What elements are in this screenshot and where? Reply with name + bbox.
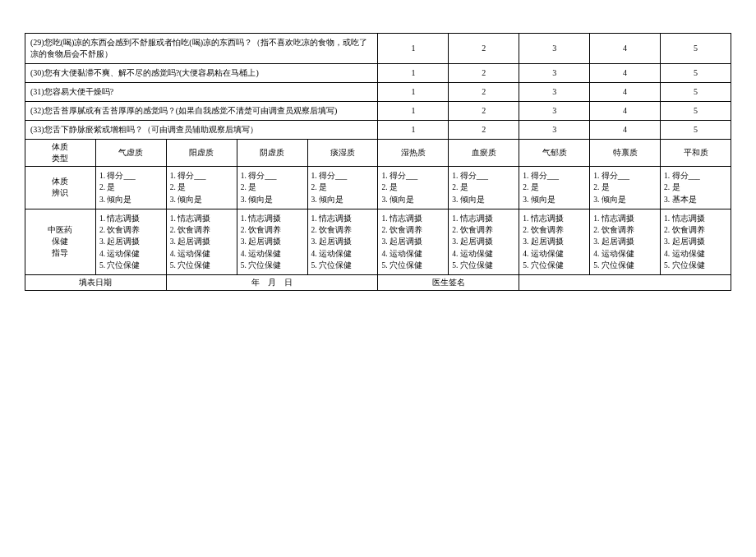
rating-option[interactable]: 5 — [661, 64, 731, 83]
doctor-signature-field[interactable] — [519, 275, 731, 291]
identification-row: 体质辨识1. 得分___2. 是3. 倾向是1. 得分___2. 是3. 倾向是… — [25, 167, 731, 209]
question-text: (32)您舌苔厚腻或有舌苔厚厚的感觉吗？(如果自我感觉不清楚可由调查员观察后填写… — [25, 102, 378, 121]
guidance-item: 1. 情志调摄 — [664, 213, 727, 224]
identification-header: 体质辨识 — [25, 167, 96, 209]
guidance-item: 1. 情志调摄 — [241, 213, 304, 224]
guidance-item: 2. 饮食调养 — [241, 224, 304, 236]
rating-option[interactable]: 2 — [449, 83, 519, 102]
guidance-item: 3. 起居调摄 — [664, 236, 727, 247]
rating-option[interactable]: 1 — [378, 102, 449, 121]
rating-option[interactable]: 3 — [519, 64, 590, 83]
question-row: (30)您有大便黏滞不爽、解不尽的感觉吗?(大便容易粘在马桶上)12345 — [25, 64, 731, 83]
constitution-type: 特禀质 — [590, 140, 661, 167]
identification-item: 2. 是 — [170, 182, 233, 193]
rating-option[interactable]: 1 — [378, 121, 449, 140]
identification-item: 2. 是 — [452, 182, 515, 193]
guidance-item: 4. 运动保健 — [99, 248, 163, 260]
guidance-item: 4. 运动保健 — [452, 248, 515, 260]
guidance-item: 2. 饮食调养 — [99, 224, 163, 236]
rating-option[interactable]: 4 — [590, 83, 661, 102]
identification-item: 1. 得分___ — [241, 170, 304, 182]
guidance-item: 5. 穴位保健 — [99, 260, 163, 271]
footer-row: 填表日期年 月 日医生签名 — [25, 275, 731, 291]
rating-option[interactable]: 4 — [590, 34, 661, 64]
identification-item: 3. 倾向是 — [452, 194, 515, 205]
identification-item: 3. 倾向是 — [170, 194, 233, 205]
constitution-type: 湿热质 — [378, 140, 449, 167]
guidance-item: 2. 饮食调养 — [523, 224, 586, 236]
guidance-item: 3. 起居调摄 — [593, 236, 657, 247]
guidance-item: 4. 运动保健 — [523, 248, 586, 260]
guidance-item: 1. 情志调摄 — [99, 213, 163, 224]
identification-item: 3. 倾向是 — [593, 194, 657, 205]
guidance-item: 4. 运动保健 — [311, 248, 375, 260]
rating-option[interactable]: 3 — [519, 83, 590, 102]
rating-option[interactable]: 5 — [661, 83, 731, 102]
identification-item: 3. 倾向是 — [241, 194, 304, 205]
rating-option[interactable]: 1 — [378, 83, 449, 102]
rating-option[interactable]: 5 — [661, 34, 731, 64]
identification-item: 2. 是 — [99, 182, 163, 193]
identification-item: 3. 倾向是 — [99, 194, 163, 205]
identification-item: 1. 得分___ — [170, 170, 233, 182]
identification-cell: 1. 得分___2. 是3. 倾向是 — [166, 167, 237, 209]
guidance-item: 2. 饮食调养 — [593, 224, 657, 236]
rating-option[interactable]: 2 — [449, 64, 519, 83]
identification-cell: 1. 得分___2. 是3. 基本是 — [661, 167, 731, 209]
guidance-cell: 1. 情志调摄2. 饮食调养3. 起居调摄4. 运动保健5. 穴位保健 — [307, 209, 378, 274]
rating-option[interactable]: 1 — [378, 64, 449, 83]
identification-item: 2. 是 — [593, 182, 657, 193]
identification-item: 2. 是 — [664, 182, 727, 193]
doctor-signature-label: 医生签名 — [378, 275, 519, 291]
type-header-row: 体质类型气虚质阳虚质阴虚质痰湿质湿热质血瘀质气郁质特禀质平和质 — [25, 140, 731, 167]
rating-option[interactable]: 1 — [378, 34, 449, 64]
guidance-cell: 1. 情志调摄2. 饮食调养3. 起居调摄4. 运动保健5. 穴位保健 — [661, 209, 731, 274]
fill-date-value[interactable]: 年 月 日 — [166, 275, 378, 291]
guidance-item: 1. 情志调摄 — [593, 213, 657, 224]
rating-option[interactable]: 2 — [449, 121, 519, 140]
fill-date-label: 填表日期 — [25, 275, 167, 291]
guidance-cell: 1. 情志调摄2. 饮食调养3. 起居调摄4. 运动保健5. 穴位保健 — [166, 209, 237, 274]
rating-option[interactable]: 4 — [590, 64, 661, 83]
guidance-cell: 1. 情志调摄2. 饮食调养3. 起居调摄4. 运动保健5. 穴位保健 — [449, 209, 519, 274]
guidance-cell: 1. 情志调摄2. 饮食调养3. 起居调摄4. 运动保健5. 穴位保健 — [237, 209, 307, 274]
constitution-type: 痰湿质 — [307, 140, 378, 167]
guidance-item: 3. 起居调摄 — [99, 236, 163, 247]
rating-option[interactable]: 3 — [519, 102, 590, 121]
rating-option[interactable]: 3 — [519, 34, 590, 64]
identification-cell: 1. 得分___2. 是3. 倾向是 — [519, 167, 590, 209]
guidance-item: 5. 穴位保健 — [170, 260, 233, 271]
guidance-item: 1. 情志调摄 — [311, 213, 375, 224]
rating-option[interactable]: 2 — [449, 102, 519, 121]
guidance-item: 2. 饮食调养 — [452, 224, 515, 236]
identification-cell: 1. 得分___2. 是3. 倾向是 — [590, 167, 661, 209]
guidance-item: 5. 穴位保健 — [664, 260, 727, 271]
guidance-item: 4. 运动保健 — [241, 248, 304, 260]
form-table: (29)您吃(喝)凉的东西会感到不舒服或者怕吃(喝)凉的东西吗？（指不喜欢吃凉的… — [25, 33, 731, 291]
guidance-cell: 1. 情志调摄2. 饮食调养3. 起居调摄4. 运动保健5. 穴位保健 — [590, 209, 661, 274]
question-row: (32)您舌苔厚腻或有舌苔厚厚的感觉吗？(如果自我感觉不清楚可由调查员观察后填写… — [25, 102, 731, 121]
identification-item: 2. 是 — [241, 182, 304, 193]
rating-option[interactable]: 3 — [519, 121, 590, 140]
identification-item: 3. 基本是 — [664, 194, 727, 205]
rating-option[interactable]: 5 — [661, 121, 731, 140]
guidance-item: 5. 穴位保健 — [452, 260, 515, 271]
guidance-cell: 1. 情志调摄2. 饮食调养3. 起居调摄4. 运动保健5. 穴位保健 — [519, 209, 590, 274]
constitution-type: 平和质 — [661, 140, 731, 167]
guidance-item: 5. 穴位保健 — [593, 260, 657, 271]
rating-option[interactable]: 4 — [590, 102, 661, 121]
rating-option[interactable]: 5 — [661, 102, 731, 121]
guidance-row: 中医药保健指导1. 情志调摄2. 饮食调养3. 起居调摄4. 运动保健5. 穴位… — [25, 209, 731, 274]
guidance-item: 3. 起居调摄 — [311, 236, 375, 247]
identification-item: 1. 得分___ — [452, 170, 515, 182]
identification-item: 1. 得分___ — [99, 170, 163, 182]
constitution-type: 阳虚质 — [166, 140, 237, 167]
guidance-header: 中医药保健指导 — [25, 209, 96, 274]
rating-option[interactable]: 4 — [590, 121, 661, 140]
rating-option[interactable]: 2 — [449, 34, 519, 64]
guidance-item: 3. 起居调摄 — [452, 236, 515, 247]
guidance-item: 3. 起居调摄 — [170, 236, 233, 247]
guidance-item: 2. 饮食调养 — [664, 224, 727, 236]
guidance-item: 4. 运动保健 — [170, 248, 233, 260]
question-row: (33)您舌下静脉瘀紫或增粗吗？（可由调查员辅助观察后填写）12345 — [25, 121, 731, 140]
